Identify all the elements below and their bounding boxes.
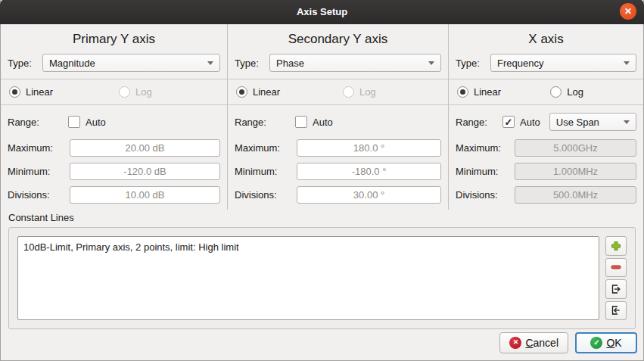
span-mode-value: Use Span	[556, 117, 624, 128]
range-label: Range:	[456, 117, 502, 128]
radio-selected-icon	[9, 86, 20, 98]
maximum-input	[515, 139, 636, 157]
panel-header: X axis	[456, 28, 636, 54]
ok-check-icon: ✓	[590, 337, 602, 349]
check-icon: ✓	[505, 117, 513, 127]
separator	[449, 79, 643, 79]
checkbox-checked-icon: ✓	[502, 116, 515, 128]
maximum-input[interactable]	[70, 139, 220, 157]
cancel-label: Cancel	[525, 337, 558, 349]
type-select[interactable]: Phase	[269, 54, 441, 72]
maximum-input[interactable]	[297, 139, 441, 157]
axis-setup-dialog: Axis Setup ✕ Primary Y axis Type: Magnit…	[0, 0, 644, 361]
add-button[interactable]	[605, 236, 627, 256]
linear-radio[interactable]: Linear	[236, 86, 343, 98]
divisions-label: Divisions:	[456, 189, 515, 201]
constant-lines-list[interactable]: 10dB-Limit, Primary axis, 2 points, limi…	[17, 236, 599, 320]
close-button[interactable]: ✕	[620, 3, 636, 20]
panel-secondary-y-axis: Secondary Y axis Type: Phase Linear Log	[228, 24, 449, 210]
dropdown-arrow-icon	[428, 61, 434, 65]
separator	[228, 79, 448, 79]
panel-x-axis: X axis Type: Frequency Linear Log	[449, 24, 643, 210]
panel-header: Primary Y axis	[8, 28, 220, 54]
plus-icon	[610, 240, 622, 252]
radio-icon	[119, 86, 130, 98]
checkbox-icon	[295, 116, 307, 128]
divisions-label: Divisions:	[235, 189, 297, 201]
minimum-label: Minimum:	[8, 166, 70, 177]
import-icon	[610, 304, 622, 316]
minimum-input	[515, 163, 636, 180]
close-icon: ✕	[624, 7, 632, 16]
dropdown-arrow-icon	[624, 120, 630, 124]
constant-lines-group: 10dB-Limit, Primary axis, 2 points, limi…	[8, 227, 636, 329]
log-radio: Log	[119, 86, 152, 98]
auto-checkbox[interactable]: Auto	[295, 116, 333, 128]
maximum-label: Maximum:	[8, 142, 70, 154]
auto-label: Auto	[520, 117, 540, 128]
axis-columns: Primary Y axis Type: Magnitude Linear Lo…	[1, 24, 643, 210]
log-label: Log	[135, 86, 152, 98]
ok-button[interactable]: ✓ OK	[575, 332, 637, 353]
radio-icon	[343, 86, 354, 98]
linear-label: Linear	[474, 86, 501, 98]
dropdown-arrow-icon	[624, 61, 630, 65]
type-value: Magnitude	[49, 58, 207, 69]
dropdown-arrow-icon	[207, 61, 213, 65]
auto-label: Auto	[86, 117, 106, 128]
linear-label: Linear	[253, 86, 280, 98]
window-title: Axis Setup	[297, 6, 347, 17]
type-label: Type:	[456, 58, 490, 69]
list-item[interactable]: 10dB-Limit, Primary axis, 2 points, limi…	[23, 240, 593, 254]
cancel-button[interactable]: ✕ Cancel	[499, 332, 568, 353]
separator	[1, 79, 227, 79]
linear-label: Linear	[26, 86, 53, 98]
constant-lines-section: Constant Lines 10dB-Limit, Primary axis,…	[1, 210, 643, 329]
divisions-label: Divisions:	[8, 189, 70, 201]
constant-lines-toolbar	[605, 236, 627, 320]
divisions-input	[515, 186, 636, 204]
maximum-label: Maximum:	[456, 142, 515, 154]
titlebar[interactable]: Axis Setup ✕	[0, 0, 644, 24]
separator	[1, 104, 227, 105]
checkbox-icon	[68, 116, 80, 128]
minimum-input[interactable]	[70, 163, 220, 180]
divisions-input[interactable]	[297, 186, 441, 204]
separator	[449, 104, 643, 105]
minimum-label: Minimum:	[456, 166, 515, 177]
range-label: Range:	[8, 117, 68, 128]
maximum-label: Maximum:	[235, 142, 297, 154]
cancel-cross-icon: ✕	[509, 337, 521, 349]
dialog-footer: ✕ Cancel ✓ OK	[1, 329, 643, 360]
divisions-input[interactable]	[70, 186, 220, 204]
separator	[228, 104, 448, 105]
range-label: Range:	[235, 117, 295, 128]
log-radio[interactable]: Log	[550, 86, 583, 98]
radio-icon	[550, 86, 562, 98]
log-label: Log	[567, 86, 583, 98]
radio-selected-icon	[236, 86, 247, 98]
panel-header: Secondary Y axis	[235, 28, 441, 54]
auto-checkbox[interactable]: ✓ Auto	[502, 116, 540, 128]
type-label: Type:	[235, 58, 269, 69]
span-mode-select[interactable]: Use Span	[549, 113, 636, 131]
minimum-input[interactable]	[297, 163, 441, 180]
minus-icon	[610, 261, 622, 273]
type-select[interactable]: Frequency	[490, 54, 636, 72]
linear-radio[interactable]: Linear	[457, 86, 550, 98]
import-button[interactable]	[605, 301, 627, 321]
type-label: Type:	[8, 58, 42, 69]
log-label: Log	[359, 86, 376, 98]
radio-selected-icon	[457, 86, 468, 98]
export-icon	[610, 283, 622, 295]
type-value: Frequency	[497, 58, 624, 69]
remove-button[interactable]	[605, 258, 627, 278]
auto-checkbox[interactable]: Auto	[68, 116, 106, 128]
type-value: Phase	[276, 58, 428, 69]
export-button[interactable]	[605, 279, 627, 299]
type-select[interactable]: Magnitude	[42, 54, 220, 72]
linear-radio[interactable]: Linear	[9, 86, 119, 98]
ok-label: OK	[606, 337, 621, 349]
log-radio: Log	[343, 86, 376, 98]
minimum-label: Minimum:	[235, 166, 297, 177]
